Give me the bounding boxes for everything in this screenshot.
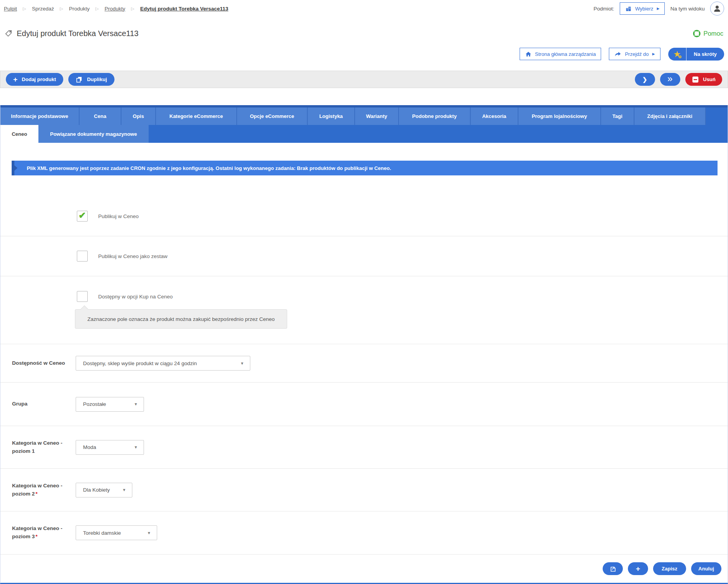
breadcrumb-item-pulpit[interactable]: Pulpit	[4, 6, 17, 12]
product-edit-panel: Informacje podstawowe Cena Opis Kategori…	[0, 105, 728, 584]
star-icon: ★	[668, 48, 686, 61]
form-row-dostepnosc: Dostępność w Ceneo Dostępny, sklep wyśle…	[0, 344, 728, 383]
select-value: Torebki damskie	[83, 530, 121, 536]
person-icon	[713, 4, 721, 13]
home-icon	[525, 51, 532, 57]
caret-down-icon: ▼	[240, 361, 244, 366]
banner-arrow-icon	[14, 165, 17, 171]
tab-tagi[interactable]: Tagi	[601, 107, 634, 125]
top-right-group: Podmiot: Wybierz ▶ Na tym widoku	[593, 2, 724, 16]
checkbox-label: Dostępny w opcji Kup na Ceneo	[98, 294, 173, 300]
tab-row-main: Informacje podstawowe Cena Opis Kategori…	[0, 107, 728, 125]
save-button[interactable]: Zapisz	[653, 562, 686, 575]
select-value: Dostępny, sklep wyśle produkt w ciągu 24…	[83, 360, 197, 366]
save-and-return-icon	[609, 565, 616, 572]
tab-opis[interactable]: Opis	[121, 107, 156, 125]
breadcrumb-separator-icon: ▷	[60, 6, 63, 11]
form-row-publikuj: ✔ Publikuj w Ceneo	[0, 175, 728, 236]
field-label: Kategoria w Ceneo - poziom 2*	[12, 482, 76, 498]
next-record-button[interactable]: ❯	[635, 73, 655, 86]
field-label: Grupa	[12, 400, 76, 408]
breadcrumb-item-produkty[interactable]: Produkty	[69, 6, 90, 12]
copy-icon	[76, 76, 83, 83]
field-label: Kategoria w Ceneo - poziom 3*	[12, 525, 76, 541]
duplicate-button[interactable]: Duplikuj	[68, 73, 114, 86]
select-value: Moda	[83, 444, 96, 450]
plus-icon: +	[13, 76, 17, 83]
form-row-grupa: Grupa Pozostałe ▼	[0, 383, 728, 426]
tab-ceneo[interactable]: Ceneo	[0, 125, 38, 143]
admin-home-button[interactable]: Strona główna zarządzania	[520, 48, 601, 60]
info-banner: Plik XML generowany jest poprzez zadanie…	[12, 161, 718, 175]
product-tag-icon	[5, 29, 12, 37]
form-row-publikuj-zestaw: ✔ Publikuj w Ceneo jako zestaw	[0, 236, 728, 276]
checkbox-publikuj-w-ceneo[interactable]: ✔	[77, 211, 88, 222]
breadcrumb-item-current: Edytuj produkt Torebka Versace113	[140, 6, 228, 12]
shortcuts-button-label: Na skróty	[686, 51, 724, 57]
tab-program-lojalnosciowy[interactable]: Program lojalnościowy	[518, 107, 601, 125]
dostepnosc-w-ceneo-select[interactable]: Dostępny, sklep wyśle produkt w ciągu 24…	[76, 356, 250, 371]
tab-zdjecia-i-zalaczniki[interactable]: Zdjęcia i załączniki	[634, 107, 706, 125]
delete-button[interactable]: Usuń	[685, 73, 723, 86]
add-product-button-label: Dodaj produkt	[22, 76, 56, 82]
last-record-button[interactable]: »	[660, 73, 680, 86]
product-toolbar: + Dodaj produkt Duplikuj ❯ » Usuń	[0, 71, 728, 88]
help-link[interactable]: Pomoc	[693, 29, 723, 38]
checkbox-kup-na-ceneo[interactable]: ✔	[77, 291, 88, 302]
checkbox-hint-text: Zaznaczone pole oznacza że produkt można…	[87, 316, 275, 322]
form-row-kategoria-2: Kategoria w Ceneo - poziom 2* Dla Kobiet…	[0, 469, 728, 511]
forward-arrow-icon	[614, 50, 621, 57]
tab-logistyka[interactable]: Logistyka	[308, 107, 355, 125]
tab-podobne-produkty[interactable]: Podobne produkty	[399, 107, 471, 125]
grupa-select[interactable]: Pozostałe ▼	[76, 397, 144, 412]
tab-row-secondary: Ceneo Powiązane dokumenty magazynowe	[0, 125, 728, 143]
admin-home-button-label: Strona główna zarządzania	[535, 51, 596, 57]
breadcrumb-separator-icon: ▷	[131, 6, 134, 11]
breadcrumb: Pulpit ▷ Sprzedaż ▷ Produkty ▷ Produkty …	[4, 6, 228, 12]
breadcrumb-item-sprzedaz[interactable]: Sprzedaż	[32, 6, 54, 12]
checkbox-label: Publikuj w Ceneo	[98, 213, 139, 219]
minus-icon	[692, 76, 699, 83]
goto-button[interactable]: Przejdź do ▶	[609, 48, 660, 60]
form-row-kategoria-3: Kategoria w Ceneo - poziom 3* Torebki da…	[0, 511, 728, 555]
top-bar: Pulpit ▷ Sprzedaż ▷ Produkty ▷ Produkty …	[0, 0, 728, 17]
caret-down-icon: ▼	[147, 531, 151, 535]
cancel-button[interactable]: Anuluj	[691, 562, 721, 575]
kategoria-poziom-1-select[interactable]: Moda ▼	[76, 440, 144, 455]
form-row-kategoria-1: Kategoria w Ceneo - poziom 1 Moda ▼	[0, 426, 728, 469]
breadcrumb-separator-icon: ▷	[23, 6, 26, 11]
checkbox-publikuj-jako-zestaw[interactable]: ✔	[77, 251, 88, 262]
podmiot-label: Podmiot:	[593, 6, 614, 12]
tab-warianty[interactable]: Warianty	[355, 107, 399, 125]
caret-right-icon: ▶	[657, 7, 660, 10]
tab-akcesoria[interactable]: Akcesoria	[471, 107, 518, 125]
save-and-return-button[interactable]	[603, 562, 623, 575]
add-product-button[interactable]: + Dodaj produkt	[6, 73, 63, 86]
breadcrumb-item-produkty-2[interactable]: Produkty	[105, 6, 125, 12]
field-label: Dostępność w Ceneo	[12, 359, 76, 367]
user-avatar[interactable]	[710, 2, 724, 16]
cancel-button-label: Anuluj	[699, 566, 714, 572]
add-new-button[interactable]: +	[628, 562, 648, 575]
company-icon	[625, 5, 632, 12]
caret-down-icon: ▼	[134, 402, 138, 406]
tab-kategorie-ecommerce[interactable]: Kategorie eCommerce	[156, 107, 237, 125]
breadcrumb-separator-icon: ▷	[95, 6, 99, 11]
select-value: Dla Kobiety	[83, 487, 110, 493]
tab-opcje-ecommerce[interactable]: Opcje eCommerce	[237, 107, 308, 125]
page-title: Edytuj produkt Torebka Versace113	[5, 29, 139, 38]
help-label: Pomoc	[704, 30, 723, 37]
kategoria-poziom-2-select[interactable]: Dla Kobiety ▼	[76, 483, 132, 497]
tab-powiazane-dokumenty-magazynowe[interactable]: Powiązane dokumenty magazynowe	[38, 125, 149, 143]
check-icon: ✔	[78, 211, 86, 220]
tab-informacje-podstawowe[interactable]: Informacje podstawowe	[0, 107, 80, 125]
duplicate-button-label: Duplikuj	[87, 76, 107, 82]
save-button-label: Zapisz	[662, 566, 677, 572]
tab-cena[interactable]: Cena	[80, 107, 121, 125]
wybierz-button[interactable]: Wybierz ▶	[620, 2, 665, 15]
wybierz-button-label: Wybierz	[635, 6, 653, 12]
shortcuts-button[interactable]: ★ Na skróty	[668, 48, 724, 61]
kategoria-poziom-3-select[interactable]: Torebki damskie ▼	[76, 525, 157, 540]
info-banner-wrap: Plik XML generowany jest poprzez zadanie…	[0, 143, 728, 175]
delete-button-label: Usuń	[703, 76, 716, 82]
